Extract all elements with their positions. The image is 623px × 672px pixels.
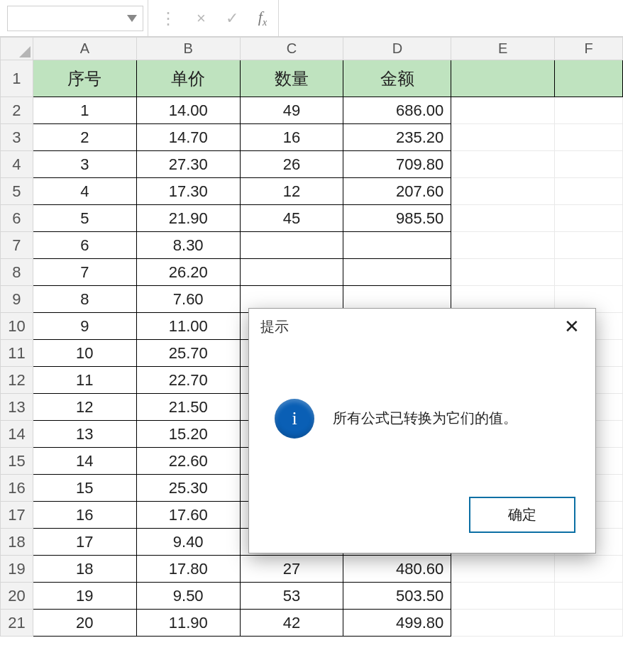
cell[interactable]: 单价 <box>136 60 240 97</box>
row-header[interactable]: 1 <box>1 60 33 97</box>
cell[interactable]: 45 <box>240 205 343 232</box>
cell[interactable]: 8.30 <box>136 232 240 259</box>
cell[interactable]: 22.70 <box>136 367 240 394</box>
cell[interactable]: 2 <box>33 124 136 151</box>
cell[interactable]: 14.70 <box>136 124 240 151</box>
cell[interactable]: 15.20 <box>136 421 240 448</box>
cell[interactable] <box>555 556 623 583</box>
cell[interactable]: 22.60 <box>136 448 240 475</box>
row-header[interactable]: 17 <box>1 502 33 529</box>
ok-button[interactable]: 确定 <box>469 497 575 533</box>
cell[interactable]: 480.60 <box>343 556 451 583</box>
cell[interactable]: 17.60 <box>136 502 240 529</box>
cell[interactable]: 13 <box>33 421 136 448</box>
cell[interactable]: 5 <box>33 205 136 232</box>
name-box[interactable] <box>7 6 143 31</box>
cell[interactable] <box>451 205 555 232</box>
cell[interactable]: 3 <box>33 151 136 178</box>
cell[interactable]: 14.00 <box>136 97 240 124</box>
cell[interactable]: 21.90 <box>136 205 240 232</box>
row-header[interactable]: 16 <box>1 475 33 502</box>
cell[interactable]: 985.50 <box>343 205 451 232</box>
col-header-B[interactable]: B <box>136 38 240 60</box>
formula-input[interactable] <box>279 0 623 36</box>
cell[interactable]: 26.20 <box>136 259 240 286</box>
cell[interactable]: 20 <box>33 610 136 637</box>
cell[interactable] <box>555 259 623 286</box>
cell[interactable]: 9.40 <box>136 529 240 556</box>
row-header[interactable]: 18 <box>1 529 33 556</box>
cell[interactable]: 18 <box>33 556 136 583</box>
row-header[interactable]: 10 <box>1 313 33 340</box>
cell[interactable]: 26 <box>240 151 343 178</box>
row-header[interactable]: 6 <box>1 205 33 232</box>
cell[interactable] <box>555 178 623 205</box>
row-header[interactable]: 13 <box>1 394 33 421</box>
cell[interactable]: 16 <box>240 124 343 151</box>
col-header-D[interactable]: D <box>343 38 451 60</box>
col-header-F[interactable]: F <box>555 38 623 60</box>
cell[interactable]: 11 <box>33 367 136 394</box>
row-header[interactable]: 8 <box>1 259 33 286</box>
close-icon[interactable]: ✕ <box>558 316 585 337</box>
cell[interactable] <box>555 583 623 610</box>
cancel-icon[interactable]: × <box>197 9 206 28</box>
col-header-A[interactable]: A <box>33 38 136 60</box>
cell[interactable] <box>555 232 623 259</box>
cell[interactable]: 19 <box>33 583 136 610</box>
cell[interactable]: 17 <box>33 529 136 556</box>
worksheet[interactable]: A B C D E F 1序号单价数量金额2114.0049686.003214… <box>0 37 623 637</box>
cell[interactable] <box>451 259 555 286</box>
row-header[interactable]: 4 <box>1 151 33 178</box>
cell[interactable]: 4 <box>33 178 136 205</box>
cell[interactable]: 17.30 <box>136 178 240 205</box>
cell[interactable] <box>240 259 343 286</box>
cell[interactable]: 25.70 <box>136 340 240 367</box>
cell[interactable]: 27.30 <box>136 151 240 178</box>
row-header[interactable]: 15 <box>1 448 33 475</box>
cell[interactable]: 49 <box>240 97 343 124</box>
cell[interactable] <box>451 583 555 610</box>
cell[interactable]: 53 <box>240 583 343 610</box>
cell[interactable] <box>451 178 555 205</box>
cell[interactable]: 金额 <box>343 60 451 97</box>
row-header[interactable]: 14 <box>1 421 33 448</box>
row-header[interactable]: 9 <box>1 286 33 313</box>
cell[interactable]: 25.30 <box>136 475 240 502</box>
cell[interactable]: 1 <box>33 97 136 124</box>
cell[interactable]: 15 <box>33 475 136 502</box>
cell[interactable]: 12 <box>240 178 343 205</box>
row-header[interactable]: 20 <box>1 583 33 610</box>
select-all-corner[interactable] <box>1 38 33 60</box>
cell[interactable]: 686.00 <box>343 97 451 124</box>
cell[interactable] <box>451 151 555 178</box>
cell[interactable]: 7.60 <box>136 286 240 313</box>
row-header[interactable]: 12 <box>1 367 33 394</box>
cell[interactable]: 9.50 <box>136 583 240 610</box>
cell[interactable]: 503.50 <box>343 583 451 610</box>
row-header[interactable]: 19 <box>1 556 33 583</box>
cell[interactable]: 6 <box>33 232 136 259</box>
cell[interactable]: 序号 <box>33 60 136 97</box>
col-header-C[interactable]: C <box>240 38 343 60</box>
cell[interactable]: 12 <box>33 394 136 421</box>
col-header-E[interactable]: E <box>451 38 555 60</box>
cell[interactable]: 14 <box>33 448 136 475</box>
row-header[interactable]: 21 <box>1 610 33 637</box>
cell[interactable]: 11.00 <box>136 313 240 340</box>
cell[interactable] <box>555 124 623 151</box>
cell[interactable] <box>555 60 623 97</box>
cell[interactable] <box>451 60 555 97</box>
cell[interactable] <box>451 610 555 637</box>
cell[interactable] <box>451 232 555 259</box>
drag-handle-icon[interactable]: ⋮ <box>160 15 177 22</box>
cell[interactable]: 499.80 <box>343 610 451 637</box>
cell[interactable]: 8 <box>33 286 136 313</box>
cell[interactable]: 27 <box>240 556 343 583</box>
cell[interactable]: 235.20 <box>343 124 451 151</box>
row-header[interactable]: 11 <box>1 340 33 367</box>
cell[interactable]: 10 <box>33 340 136 367</box>
cell[interactable]: 11.90 <box>136 610 240 637</box>
row-header[interactable]: 5 <box>1 178 33 205</box>
cell[interactable]: 17.80 <box>136 556 240 583</box>
